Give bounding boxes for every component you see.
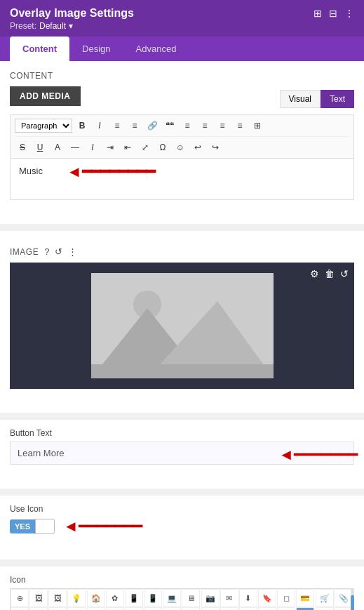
align-center-icon[interactable]: ≡ xyxy=(197,118,213,133)
divider-2 xyxy=(0,413,364,420)
icon-cell-2[interactable]: 🖼 xyxy=(48,589,67,607)
icon-cell-6[interactable]: 📱 xyxy=(125,589,143,607)
ul-icon[interactable]: ≡ xyxy=(109,118,125,133)
preset-label: Preset: xyxy=(10,21,36,31)
divider-4 xyxy=(0,559,364,566)
icon-cell-0[interactable]: ⊕ xyxy=(11,589,29,607)
icon-cell-33[interactable]: ▦ xyxy=(296,607,314,610)
image-section-header: Image ? ↺ ⋮ xyxy=(10,246,354,257)
icon-cell-1[interactable]: 🖼 xyxy=(29,589,48,607)
blockquote-icon[interactable]: ❝❝ xyxy=(162,118,177,133)
icon-cell-7[interactable]: 📱 xyxy=(144,589,162,607)
icon-grid: ⊕🖼🖼💡🏠✿📱📱💻🖥📷✉⬇🔖◻💳🛒📎❤🏷🗑⬆🎤⊘📍🔽📚💬⊞📄📅⊞⊟▦🎧—🔊📞🔗↺… xyxy=(10,588,354,610)
toolbar-row-2: S U A — I ⇥ ⇤ ⤢ Ω ☺ ↩ ↪ xyxy=(15,136,349,155)
editor-text: Music xyxy=(19,166,43,176)
redo-icon[interactable]: ↪ xyxy=(208,140,223,155)
icon-cell-5[interactable]: ✿ xyxy=(106,589,124,607)
main-content: Content ADD MEDIA Visual Text Paragraph … xyxy=(0,61,364,224)
link-icon[interactable]: 🔗 xyxy=(144,118,160,133)
icon-grid-container: ⊕🖼🖼💡🏠✿📱📱💻🖥📷✉⬇🔖◻💳🛒📎❤🏷🗑⬆🎤⊘📍🔽📚💬⊞📄📅⊞⊟▦🎧—🔊📞🔗↺… xyxy=(10,588,354,610)
text-button[interactable]: Text xyxy=(321,90,354,108)
add-media-button[interactable]: ADD MEDIA xyxy=(10,86,81,106)
toggle-knob[interactable] xyxy=(35,519,55,534)
underline-icon[interactable]: U xyxy=(32,140,48,155)
icon-cell-19[interactable]: 🏷 xyxy=(29,607,48,610)
italic2-icon[interactable]: I xyxy=(85,140,100,155)
icon-cell-30[interactable]: 📅 xyxy=(239,607,257,610)
paragraph-select[interactable]: Paragraph xyxy=(15,119,72,133)
align-left-icon[interactable]: ≡ xyxy=(180,118,195,133)
icon-cell-20[interactable]: 🗑 xyxy=(48,607,67,610)
preset-chevron[interactable]: ▾ xyxy=(69,21,73,31)
image-help-icon[interactable]: ? xyxy=(44,246,49,257)
image-reset-icon[interactable]: ↺ xyxy=(55,246,62,257)
icon-cell-9[interactable]: 🖥 xyxy=(182,589,200,607)
image-settings-icon[interactable]: ⚙ xyxy=(310,268,319,279)
scrollbar-thumb[interactable] xyxy=(351,595,354,610)
fullscreen-icon[interactable]: ⊞ xyxy=(314,8,322,19)
icon-cell-14[interactable]: ◻ xyxy=(277,589,295,607)
divider-3 xyxy=(0,489,364,496)
special-chars-icon[interactable]: Ω xyxy=(155,140,170,155)
emoji-icon[interactable]: ☺ xyxy=(173,140,188,155)
tab-design[interactable]: Design xyxy=(69,37,123,61)
outdent-icon[interactable]: ⇤ xyxy=(120,140,135,155)
icon-cell-10[interactable]: 📷 xyxy=(201,589,220,607)
tab-advanced[interactable]: Advanced xyxy=(123,37,189,61)
separator-icon[interactable]: — xyxy=(67,140,83,155)
icon-cell-34[interactable]: 🎧 xyxy=(316,607,334,610)
toggle-yes-label: YES xyxy=(10,519,35,533)
icon-cell-8[interactable]: 💻 xyxy=(163,589,181,607)
use-icon-toggle[interactable]: YES xyxy=(10,519,55,534)
image-controls: ⚙ 🗑 ↺ xyxy=(310,268,349,279)
table-icon[interactable]: ⊞ xyxy=(250,118,265,133)
editor-content-area[interactable]: Music ◄━━━━━━━━ xyxy=(10,158,354,200)
icon-cell-24[interactable]: 📍 xyxy=(125,607,143,610)
visual-button[interactable]: Visual xyxy=(280,90,321,108)
icon-cell-25[interactable]: 🔽 xyxy=(144,607,162,610)
bold-icon[interactable]: B xyxy=(74,118,90,133)
icon-cell-18[interactable]: ❤ xyxy=(11,607,29,610)
undo-icon[interactable]: ↩ xyxy=(190,140,205,155)
preset-row: Preset: Default ▾ xyxy=(10,21,354,31)
icon-cell-4[interactable]: 🏠 xyxy=(87,589,105,607)
icon-cell-3[interactable]: 💡 xyxy=(67,589,86,607)
more-icon[interactable]: ⋮ xyxy=(344,8,354,19)
icon-cell-11[interactable]: ✉ xyxy=(220,589,238,607)
indent-icon[interactable]: ⇥ xyxy=(102,140,118,155)
icon-cell-32[interactable]: ⊟ xyxy=(277,607,295,610)
icon-cell-29[interactable]: 📄 xyxy=(220,607,238,610)
image-undo-icon[interactable]: ↺ xyxy=(340,268,349,279)
tab-content[interactable]: Content xyxy=(10,37,69,61)
icon-cell-16[interactable]: 🛒 xyxy=(316,589,334,607)
fullscreen-edit-icon[interactable]: ⤢ xyxy=(137,140,153,155)
icon-cell-13[interactable]: 🔖 xyxy=(258,589,276,607)
icon-cell-15[interactable]: 💳 xyxy=(296,589,314,607)
icon-cell-12[interactable]: ⬇ xyxy=(239,589,257,607)
icon-cell-21[interactable]: ⬆ xyxy=(67,607,86,610)
icon-cell-27[interactable]: 💬 xyxy=(182,607,200,610)
scrollbar-track xyxy=(351,588,354,610)
icon-cell-31[interactable]: ⊞ xyxy=(258,607,276,610)
icon-cell-26[interactable]: 📚 xyxy=(163,607,181,610)
columns-icon[interactable]: ⊟ xyxy=(329,8,337,19)
icon-cell-17[interactable]: 📎 xyxy=(335,589,353,607)
icon-cell-28[interactable]: ⊞ xyxy=(201,607,220,610)
color-icon[interactable]: A xyxy=(50,140,65,155)
icon-cell-35[interactable]: — xyxy=(335,607,353,610)
use-icon-label: Use Icon xyxy=(10,504,354,514)
strikethrough-icon[interactable]: S xyxy=(15,140,30,155)
preset-value[interactable]: Default xyxy=(39,21,66,31)
content-section-label: Content xyxy=(10,71,354,81)
align-right-icon[interactable]: ≡ xyxy=(215,118,230,133)
image-inner xyxy=(91,273,274,378)
button-text-section: Button Text ◄━━━━━━━ xyxy=(0,420,364,489)
image-more-icon[interactable]: ⋮ xyxy=(68,246,77,257)
image-label: Image xyxy=(10,247,39,257)
italic-icon[interactable]: I xyxy=(92,118,107,133)
ol-icon[interactable]: ≡ xyxy=(127,118,142,133)
icon-cell-23[interactable]: ⊘ xyxy=(106,607,124,610)
align-justify-icon[interactable]: ≡ xyxy=(232,118,248,133)
image-delete-icon[interactable]: 🗑 xyxy=(325,268,335,279)
icon-cell-22[interactable]: 🎤 xyxy=(87,607,105,610)
